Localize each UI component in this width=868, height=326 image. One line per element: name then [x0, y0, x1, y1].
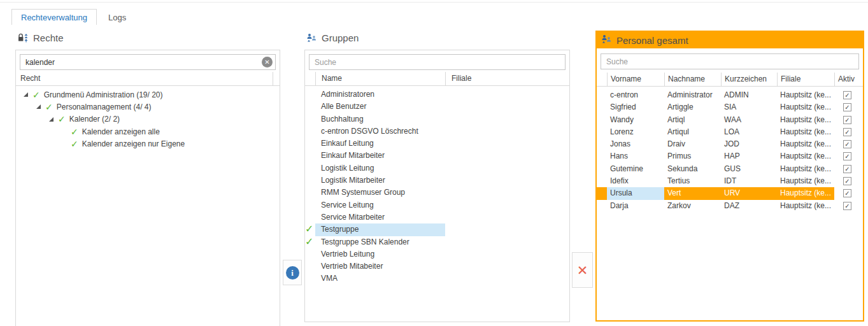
cell-filiale[interactable]: Hauptsitz (ke...	[777, 150, 834, 162]
personnel-row[interactable]: GutemineSekundaGUSHauptsitz (ke...✓	[597, 163, 863, 175]
cell-name[interactable]: Testgruppe	[315, 223, 445, 236]
personnel-column-aktiv[interactable]: Aktiv	[834, 73, 863, 86]
cell-nachname[interactable]: Tertius	[664, 175, 721, 187]
cell-name[interactable]: Einkauf Leitung	[315, 138, 445, 150]
cell-nachname[interactable]: Primus	[664, 150, 721, 162]
cell-vorname[interactable]: Hans	[607, 150, 664, 162]
cell-kurzzeichen[interactable]: SIA	[721, 101, 777, 113]
personnel-row[interactable]: SigfriedArtiggleSIAHauptsitz (ke...✓	[597, 101, 863, 113]
group-row[interactable]: Buchhaltung	[305, 113, 569, 125]
rights-tree-item[interactable]: ✓Grundmenü Administration (19/ 20)	[16, 89, 279, 101]
cell-nachname[interactable]: Vert	[664, 187, 721, 199]
cell-filiale[interactable]	[445, 248, 569, 260]
personnel-row[interactable]: WandyArtiqlWAAHauptsitz (ke...✓	[597, 114, 863, 126]
group-row[interactable]: Service Mitarbeiter	[305, 211, 569, 223]
personnel-row[interactable]: DarjaZarkovDAZHauptsitz (ke...✓	[597, 200, 863, 212]
aktiv-checkbox[interactable]: ✓	[843, 189, 851, 197]
personnel-row[interactable]: JonasDraivJODHauptsitz (ke...✓	[597, 138, 863, 150]
aktiv-checkbox[interactable]: ✓	[843, 177, 851, 185]
cell-filiale[interactable]: Hauptsitz (ke...	[777, 101, 834, 113]
cell-filiale[interactable]	[445, 211, 569, 223]
personnel-search-input[interactable]	[601, 53, 859, 69]
cell-filiale[interactable]	[445, 162, 569, 174]
cell-name[interactable]: Buchhaltung	[315, 113, 445, 125]
group-row[interactable]: Einkauf Mitarbeiter	[305, 150, 569, 162]
personnel-column-kurzzeichen[interactable]: Kurzzeichen	[721, 73, 777, 86]
personnel-row[interactable]: IdefixTertiusIDTHauptsitz (ke...✓	[597, 175, 863, 187]
group-row[interactable]: ✓Testgruppe	[305, 223, 569, 236]
cell-filiale[interactable]	[445, 199, 569, 211]
personnel-row[interactable]: HansPrimusHAPHauptsitz (ke...✓	[597, 150, 863, 162]
cell-nachname[interactable]: Sekunda	[664, 163, 721, 175]
cell-name[interactable]: Vertrieb Mitabeiter	[315, 260, 445, 273]
cell-name[interactable]: Einkauf Mitarbeiter	[315, 150, 445, 162]
cell-name[interactable]: RMM Systemuser Group	[315, 187, 445, 199]
group-row[interactable]: Alle Benutzer	[305, 101, 569, 113]
expander-icon[interactable]	[24, 92, 28, 97]
cell-filiale[interactable]: Hauptsitz (ke...	[777, 114, 834, 126]
cell-filiale[interactable]: Hauptsitz (ke...	[777, 126, 834, 138]
groups-column-name[interactable]: Name	[315, 72, 445, 85]
group-row[interactable]: c-entron DSGVO Löschrecht	[305, 125, 569, 138]
cell-nachname[interactable]: Zarkov	[664, 200, 721, 212]
cell-kurzzeichen[interactable]: WAA	[721, 114, 777, 126]
clear-search-icon[interactable]: ✕	[262, 57, 273, 67]
group-row[interactable]: Service Leitung	[305, 199, 569, 211]
groups-search-input[interactable]	[309, 54, 566, 70]
cell-nachname[interactable]: Draiv	[664, 138, 721, 150]
cell-filiale[interactable]	[445, 138, 569, 150]
tab-rechteverwaltung[interactable]: Rechteverwaltung	[11, 9, 97, 25]
cell-filiale[interactable]: Hauptsitz (ke...	[777, 138, 834, 150]
aktiv-checkbox[interactable]: ✓	[843, 103, 851, 111]
cell-vorname[interactable]: c-entron	[607, 89, 664, 101]
cell-vorname[interactable]: Wandy	[607, 114, 664, 126]
cell-name[interactable]: Vertrieb Leitung	[315, 248, 445, 260]
cell-nachname[interactable]: Artiggle	[664, 101, 721, 113]
cell-vorname[interactable]: Sigfried	[607, 101, 664, 113]
tab-logs[interactable]: Logs	[99, 10, 135, 25]
cell-nachname[interactable]: Artiql	[664, 114, 721, 126]
group-row[interactable]: Vertrieb Mitabeiter	[305, 260, 569, 273]
cell-vorname[interactable]: Gutemine	[607, 163, 664, 175]
cell-kurzzeichen[interactable]: GUS	[721, 163, 777, 175]
cell-filiale[interactable]: Hauptsitz (ke...	[777, 175, 834, 187]
expander-icon[interactable]	[49, 117, 53, 122]
cell-name[interactable]: Logistik Leitung	[315, 162, 445, 174]
cell-filiale[interactable]	[445, 101, 569, 113]
rights-tree-item[interactable]: ✓Kalender anzeigen alle	[16, 125, 279, 138]
cell-name[interactable]: Service Mitarbeiter	[315, 211, 445, 223]
info-button[interactable]: i	[283, 260, 302, 285]
group-row[interactable]: ✓Testgruppe SBN Kalender	[305, 236, 569, 248]
cell-filiale[interactable]	[445, 223, 569, 236]
cell-filiale[interactable]: Hauptsitz (ke...	[777, 89, 834, 101]
cell-kurzzeichen[interactable]: IDT	[721, 175, 777, 187]
cell-vorname[interactable]: Darja	[607, 200, 664, 212]
personnel-column-nachname[interactable]: Nachname	[664, 73, 721, 86]
cell-filiale[interactable]	[445, 260, 569, 273]
cell-name[interactable]: Logistik Mitarbeiter	[315, 174, 445, 187]
cell-name[interactable]: Administratoren	[315, 89, 445, 101]
group-row[interactable]: Einkauf Leitung	[305, 138, 569, 150]
personnel-column-vorname[interactable]: Vorname	[607, 73, 664, 86]
aktiv-checkbox[interactable]: ✓	[843, 116, 851, 124]
cell-name[interactable]: Alle Benutzer	[315, 101, 445, 113]
personnel-row[interactable]: UrsulaVertURVHauptsitz (ke...✓	[597, 187, 863, 199]
aktiv-checkbox[interactable]: ✓	[843, 91, 851, 99]
rights-tree-item[interactable]: ✓Kalender anzeigen nur Eigene	[16, 138, 279, 150]
cell-name[interactable]: VMA	[315, 273, 445, 285]
aktiv-checkbox[interactable]: ✓	[843, 202, 851, 210]
cell-nachname[interactable]: Artiqul	[664, 126, 721, 138]
cell-name[interactable]: c-entron DSGVO Löschrecht	[315, 125, 445, 138]
cell-name[interactable]: Service Leitung	[315, 199, 445, 211]
cell-kurzzeichen[interactable]: JOD	[721, 138, 777, 150]
aktiv-checkbox[interactable]: ✓	[843, 128, 851, 136]
personnel-row[interactable]: c-entronAdministratorADMINHauptsitz (ke.…	[597, 89, 863, 101]
group-row[interactable]: VMA	[305, 273, 569, 285]
personnel-column-filiale[interactable]: Filiale	[777, 73, 834, 86]
cell-filiale[interactable]	[445, 187, 569, 199]
cell-kurzzeichen[interactable]: DAZ	[721, 200, 777, 212]
aktiv-checkbox[interactable]: ✓	[843, 152, 851, 160]
cell-kurzzeichen[interactable]: HAP	[721, 150, 777, 162]
groups-column-filiale[interactable]: Filiale	[445, 72, 569, 85]
cell-kurzzeichen[interactable]: LOA	[721, 126, 777, 138]
